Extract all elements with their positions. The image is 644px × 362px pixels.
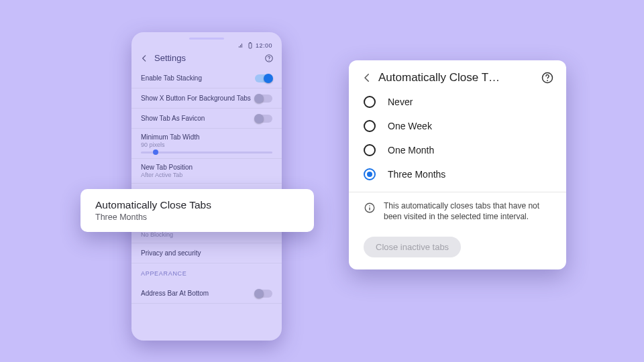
toggle-icon[interactable] — [255, 115, 272, 123]
svg-rect-0 — [249, 43, 252, 48]
radio-icon — [364, 96, 376, 108]
clock: 12:00 — [256, 42, 272, 49]
back-icon[interactable] — [361, 72, 373, 84]
info-row: This automatically closes tabs that have… — [349, 192, 566, 225]
dialog-header: Automatically Close T… — [349, 60, 566, 90]
dialog-title: Automatically Close T… — [378, 71, 535, 84]
help-icon[interactable] — [541, 71, 554, 84]
battery-icon — [248, 42, 253, 49]
auto-close-dialog: Automatically Close T… Never One Week On… — [349, 60, 566, 269]
help-icon[interactable] — [264, 54, 274, 63]
row-show-x-button[interactable]: Show X Button For Background Tabs — [131, 88, 282, 109]
svg-point-5 — [547, 80, 548, 81]
callout-title: Automatically Close Tabs — [95, 199, 299, 211]
row-show-favicon[interactable]: Show Tab As Favicon — [131, 109, 282, 129]
settings-list: Enable Tab Stacking Show X Button For Ba… — [131, 68, 282, 304]
svg-point-7 — [369, 205, 370, 206]
phone-frame: 12:00 Settings Enable Tab Stacking Show … — [131, 32, 282, 341]
row-new-tab-position[interactable]: New Tab Position After Active Tab — [131, 159, 282, 184]
status-bar: 12:00 — [131, 40, 282, 50]
settings-title: Settings — [154, 53, 259, 63]
option-three-months[interactable]: Three Months — [349, 162, 566, 186]
option-one-month[interactable]: One Month — [349, 138, 566, 162]
back-icon[interactable] — [140, 54, 149, 63]
settings-header: Settings — [131, 50, 282, 68]
toggle-icon[interactable] — [255, 290, 272, 298]
radio-icon — [364, 168, 376, 180]
svg-rect-8 — [369, 207, 370, 210]
row-privacy-security[interactable]: Privacy and security — [131, 243, 282, 263]
toggle-icon[interactable] — [255, 74, 272, 82]
callout-auto-close-tabs[interactable]: Automatically Close Tabs Three Months — [80, 189, 314, 232]
row-min-tab-width[interactable]: Minimum Tab Width 90 pixels — [131, 129, 282, 159]
row-enable-tab-stacking[interactable]: Enable Tab Stacking — [131, 68, 282, 88]
option-never[interactable]: Never — [349, 90, 566, 114]
row-address-bar-bottom[interactable]: Address Bar At Bottom — [131, 284, 282, 304]
slider[interactable] — [141, 152, 272, 154]
info-text: This automatically closes tabs that have… — [384, 200, 551, 222]
option-one-week[interactable]: One Week — [349, 114, 566, 138]
svg-rect-1 — [250, 42, 251, 44]
section-appearance: APPEARANCE — [131, 263, 282, 284]
toggle-icon[interactable] — [255, 95, 272, 103]
radio-icon — [364, 144, 376, 156]
radio-icon — [364, 120, 376, 132]
signal-icon — [238, 43, 245, 48]
callout-value: Three Months — [95, 213, 299, 222]
info-icon — [364, 202, 376, 214]
svg-point-3 — [268, 60, 269, 60]
close-inactive-tabs-button[interactable]: Close inactive tabs — [364, 237, 461, 257]
